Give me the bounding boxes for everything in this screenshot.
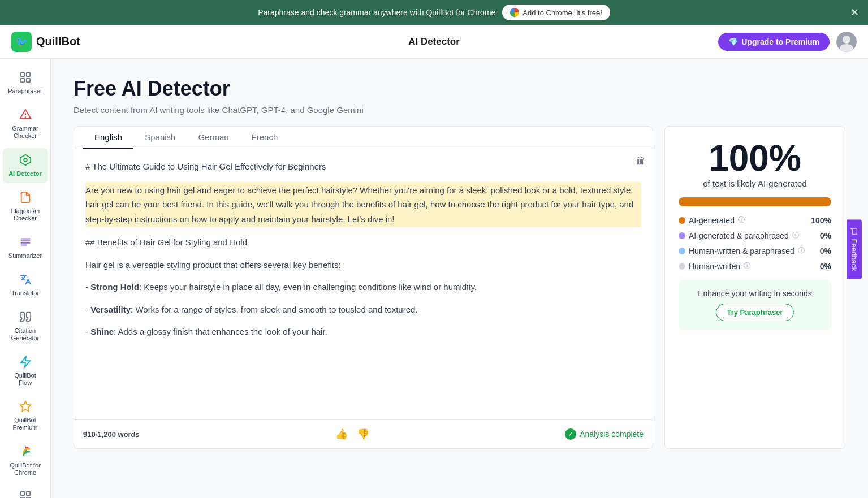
citation-icon xyxy=(19,311,32,325)
logo-text: QuillBot xyxy=(36,35,80,48)
tab-editor-wrapper: English Spanish German French 🗑 # The Ul… xyxy=(74,126,653,449)
page-subtitle: Detect content from AI writing tools lik… xyxy=(74,105,845,115)
sidebar-item-label: QuillBot Flow xyxy=(7,372,44,387)
plagiarism-icon xyxy=(19,191,32,205)
feedback-label: Feedback xyxy=(850,239,858,271)
svg-point-1 xyxy=(843,36,850,44)
sidebar-item-label: Summarizer xyxy=(8,252,42,259)
percentage-display: 100% of text is likely AI-generated xyxy=(679,140,831,188)
sidebar-item-label: Translator xyxy=(11,289,39,297)
sidebar-item-grammar-checker[interactable]: Grammar Checker xyxy=(3,103,48,145)
stat-info-ai-generated[interactable]: ⓘ xyxy=(738,215,745,225)
editor-line-shine: - Shine: Adds a glossy finish that enhan… xyxy=(85,324,641,339)
editor-content[interactable]: # The Ultimate Guide to Using Hair Gel E… xyxy=(74,148,653,419)
banner-text: Paraphrase and check grammar anywhere wi… xyxy=(258,8,495,17)
ai-generated-dot xyxy=(679,217,685,224)
summarizer-icon xyxy=(19,236,32,250)
translator-icon xyxy=(19,273,32,287)
stat-value-ai-generated: 100% xyxy=(811,216,831,225)
tab-german[interactable]: German xyxy=(187,127,240,149)
avatar[interactable] xyxy=(836,32,857,52)
editor-line-h2: ## Benefits of Hair Gel for Styling and … xyxy=(85,235,641,250)
sidebar-item-ai-detector[interactable]: AI Detector xyxy=(3,148,48,183)
sidebar-item-label: AI Detector xyxy=(8,170,42,177)
stat-human-written: Human-written ⓘ 0% xyxy=(679,261,831,271)
sidebar-item-label: Grammar Checker xyxy=(7,125,44,140)
big-percent: 100% xyxy=(679,140,831,176)
diamond-icon: 💎 xyxy=(728,37,738,46)
logo[interactable]: 🐦 QuillBot xyxy=(11,32,718,52)
svg-rect-17 xyxy=(20,492,24,495)
feedback-tab[interactable]: Feedback xyxy=(847,219,862,279)
editor-line-intro: Are you new to using hair gel and eager … xyxy=(85,182,641,228)
svg-rect-18 xyxy=(26,492,29,495)
sidebar-item-label: Paraphraser xyxy=(8,88,42,95)
sidebar-item-quillbot-flow[interactable]: QuillBot Flow xyxy=(3,350,48,392)
chrome-sidebar-icon xyxy=(19,445,32,460)
editor-line-versatility: - Versatility: Works for a range of styl… xyxy=(85,302,641,317)
header: 🐦 QuillBot AI Detector 💎 Upgrade to Prem… xyxy=(0,25,868,59)
svg-rect-4 xyxy=(26,73,29,76)
svg-rect-5 xyxy=(20,79,24,82)
svg-rect-6 xyxy=(26,79,29,82)
grammar-icon xyxy=(19,109,32,123)
stat-value-ai-paraphrased: 0% xyxy=(820,231,831,240)
language-tab-bar: English Spanish German French xyxy=(74,127,653,148)
sidebar-item-translator[interactable]: Translator xyxy=(3,267,48,302)
sidebar-item-quillbot-chrome[interactable]: QuillBot for Chrome xyxy=(3,440,48,482)
sidebar-item-citation-generator[interactable]: Citation Generator xyxy=(3,305,48,348)
stat-value-human-written: 0% xyxy=(820,262,831,271)
feedback-icon xyxy=(850,227,858,235)
tab-english[interactable]: English xyxy=(83,127,133,149)
progress-bar-fill xyxy=(679,197,831,206)
page-title: Free AI Detector xyxy=(74,77,845,101)
stat-info-human-written[interactable]: ⓘ xyxy=(744,261,750,271)
status-check-icon: ✓ xyxy=(565,428,576,440)
chrome-icon xyxy=(510,8,519,17)
word-count-value: 910 xyxy=(83,430,96,439)
editor-line-heading: # The Ultimate Guide to Using Hair Gel E… xyxy=(85,159,641,174)
logo-icon: 🐦 xyxy=(11,32,32,52)
sidebar-item-quillbot-premium[interactable]: QuillBot Premium xyxy=(3,395,48,437)
tab-spanish[interactable]: Spanish xyxy=(133,127,187,149)
stat-label-ai-generated: AI-generated xyxy=(689,216,735,225)
editor-wrapper: 🗑 # The Ultimate Guide to Using Hair Gel… xyxy=(74,148,653,448)
top-banner: Paraphrase and check grammar anywhere wi… xyxy=(0,0,868,25)
try-paraphraser-button[interactable]: Try Paraphraser xyxy=(716,304,793,321)
editor-results-row: English Spanish German French 🗑 # The Ul… xyxy=(74,126,845,449)
analysis-status-text: Analysis complete xyxy=(580,430,644,439)
ai-paraphrased-dot xyxy=(679,232,685,239)
footer-actions: 👍 👎 xyxy=(333,426,372,443)
stat-label-human-written: Human-written xyxy=(689,262,740,271)
sidebar-item-summarizer[interactable]: Summarizer xyxy=(3,230,48,265)
delete-button[interactable]: 🗑 xyxy=(633,153,648,169)
stat-value-human-paraphrased: 0% xyxy=(820,246,831,256)
header-right: 💎 Upgrade to Premium xyxy=(718,32,857,52)
editor-line-benefits-intro: Hair gel is a versatile styling product … xyxy=(85,258,641,272)
add-chrome-button[interactable]: Add to Chrome. It's free! xyxy=(502,5,610,20)
stat-info-human-paraphrased[interactable]: ⓘ xyxy=(798,246,805,256)
banner-close-button[interactable]: ✕ xyxy=(850,6,859,19)
sidebar-item-apps[interactable]: Apps & xyxy=(3,484,48,498)
sidebar-item-paraphraser[interactable]: Paraphraser xyxy=(3,66,48,101)
stat-label-human-paraphrased: Human-written & paraphrased xyxy=(689,246,794,256)
svg-point-9 xyxy=(24,158,27,162)
enhance-box: Enhance your writing in seconds Try Para… xyxy=(679,280,831,330)
upgrade-button[interactable]: 💎 Upgrade to Premium xyxy=(718,33,830,51)
svg-marker-8 xyxy=(20,154,30,164)
stat-ai-paraphrased: AI-generated & paraphrased ⓘ 0% xyxy=(679,231,831,240)
word-count: 910/1,200 words xyxy=(83,430,140,439)
stat-info-ai-paraphrased[interactable]: ⓘ xyxy=(792,231,799,240)
stat-ai-generated: AI-generated ⓘ 100% xyxy=(679,215,831,225)
upgrade-label: Upgrade to Premium xyxy=(741,37,819,46)
human-written-dot xyxy=(679,263,685,270)
progress-bar-container xyxy=(679,197,831,206)
thumbs-down-button[interactable]: 👎 xyxy=(355,426,372,443)
word-limit-value: 1,200 xyxy=(97,430,116,439)
sidebar-item-plagiarism-checker[interactable]: Plagiarism Checker xyxy=(3,185,48,228)
tab-french[interactable]: French xyxy=(240,127,290,149)
editor-footer: 910/1,200 words 👍 👎 ✓ Analysis complete xyxy=(74,419,653,448)
paraphraser-icon xyxy=(19,71,32,85)
thumbs-up-button[interactable]: 👍 xyxy=(333,426,350,443)
word-count-label: words xyxy=(118,430,140,439)
